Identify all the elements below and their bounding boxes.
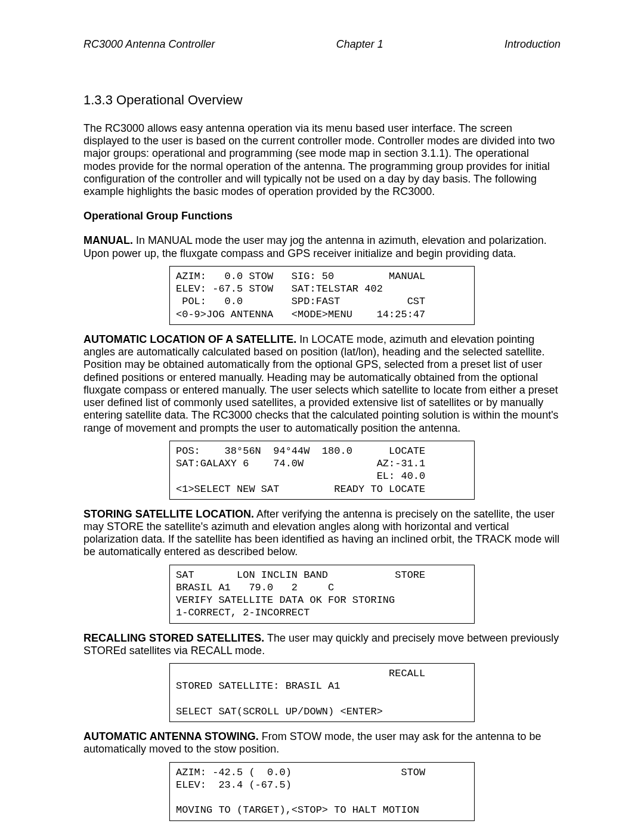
page: RC3000 Antenna Controller Chapter 1 Intr… [0,0,644,833]
operational-group-heading: Operational Group Functions [83,210,561,222]
feature-recall-lead: RECALLING STORED SATELLITES. [83,632,264,644]
header-right: Introduction [504,38,561,51]
feature-manual-lead: MANUAL. [83,234,133,246]
intro-paragraph: The RC3000 allows easy antenna operation… [83,122,561,198]
feature-recall: RECALLING STORED SATELLITES. The user ma… [83,632,561,657]
screen-recall: RECALL STORED SATELLITE: BRASIL A1 SELEC… [169,663,475,722]
screen-store: SAT LON INCLIN BAND STORE BRASIL A1 79.0… [169,565,475,624]
feature-stow-lead: AUTOMATIC ANTENNA STOWING. [83,730,259,742]
section-title: 1.3.3 Operational Overview [83,92,561,108]
screen-locate: POS: 38°56N 94°44W 180.0 LOCATE SAT:GALA… [169,441,475,500]
feature-store: STORING SATELLITE LOCATION. After verify… [83,508,561,559]
feature-store-lead: STORING SATELLITE LOCATION. [83,508,254,520]
header-left: RC3000 Antenna Controller [83,38,215,51]
page-header: RC3000 Antenna Controller Chapter 1 Intr… [83,38,561,51]
header-center: Chapter 1 [336,38,383,51]
feature-stow: AUTOMATIC ANTENNA STOWING. From STOW mod… [83,730,561,755]
feature-locate: AUTOMATIC LOCATION OF A SATELLITE. In LO… [83,333,561,435]
screen-manual: AZIM: 0.0 STOW SIG: 50 MANUAL ELEV: -67.… [169,266,475,325]
feature-manual: MANUAL. In MANUAL mode the user may jog … [83,234,561,259]
feature-locate-lead: AUTOMATIC LOCATION OF A SATELLITE. [83,333,296,345]
feature-manual-body: In MANUAL mode the user may jog the ante… [83,234,547,259]
feature-locate-body: In LOCATE mode, azimuth and elevation po… [83,333,559,434]
screen-stow: AZIM: -42.5 ( 0.0) STOW ELEV: 23.4 (-67.… [169,762,475,821]
